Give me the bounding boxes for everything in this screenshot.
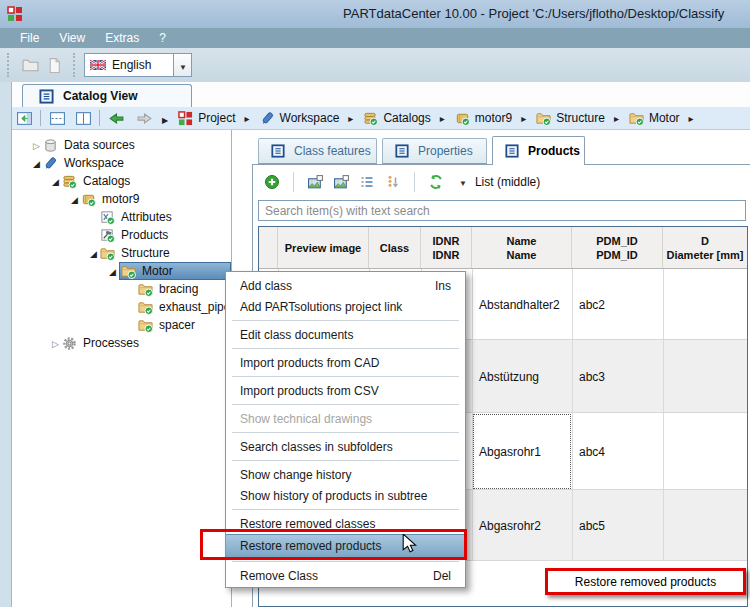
column-header-selector[interactable]	[259, 227, 278, 268]
cell-pdm-id[interactable]: abc3	[572, 340, 663, 413]
menu-item-remove-class[interactable]: Remove Class Del	[226, 565, 465, 586]
expander-icon[interactable]	[30, 138, 43, 152]
split-vertical-icon	[75, 110, 92, 127]
list-options-button[interactable]	[356, 171, 378, 193]
view-mode-label[interactable]: List (middle)	[475, 175, 540, 189]
selected-row-highlight[interactable]: Motor	[119, 262, 231, 280]
menu-item-show-change-history[interactable]: Show change history	[226, 464, 465, 485]
new-document-button[interactable]	[42, 53, 66, 77]
main-toolbar: English	[0, 48, 750, 83]
forward-button[interactable]	[134, 109, 154, 128]
export-image-button[interactable]	[330, 171, 352, 193]
breadcrumb-expand-icon[interactable]	[162, 109, 168, 127]
menu-item-add-class[interactable]: Add class Ins	[226, 275, 465, 296]
split-horizontal-button[interactable]	[47, 109, 67, 128]
split-vertical-button[interactable]	[73, 109, 93, 128]
tab-catalog-view[interactable]: Catalog View	[22, 84, 192, 107]
expander-icon[interactable]	[49, 336, 62, 350]
add-product-button[interactable]	[261, 171, 283, 193]
cell-pdm-id[interactable]: abc5	[572, 490, 663, 561]
breadcrumb-arrow-icon[interactable]	[348, 111, 353, 125]
view-mode-dropdown-icon[interactable]	[459, 177, 467, 188]
breadcrumb-arrow-icon[interactable]	[440, 111, 445, 125]
add-icon	[264, 174, 280, 190]
menu-separator	[226, 373, 465, 380]
tree-item-bracing[interactable]: bracing	[12, 280, 231, 298]
breadcrumb-arrow-icon[interactable]	[689, 111, 694, 125]
toolbar-grip[interactable]	[73, 53, 77, 77]
expander-icon[interactable]	[87, 246, 100, 260]
language-dropdown-button[interactable]	[173, 54, 191, 76]
sort-button[interactable]	[382, 171, 404, 193]
menu-separator	[226, 345, 465, 352]
tree-item-spacer[interactable]: spacer	[12, 316, 231, 334]
menu-file[interactable]: File	[10, 28, 49, 48]
breadcrumb-catalogs[interactable]: Catalogs	[363, 111, 444, 126]
numbered-list-icon	[359, 174, 375, 190]
cell-pdm-id[interactable]: abc2	[572, 269, 663, 340]
collapse-panel-button[interactable]	[14, 109, 34, 128]
cell-name[interactable]: Abgasrohr2	[472, 490, 572, 561]
breadcrumb-workspace[interactable]: Workspace	[260, 111, 354, 126]
column-header-diameter[interactable]: D Diameter [mm]	[663, 227, 747, 268]
menu-item-search-classes-in-subfolders[interactable]: Search classes in subfolders	[226, 436, 465, 457]
expander-icon[interactable]	[49, 174, 62, 188]
toolbar-grip[interactable]	[7, 53, 11, 77]
tree-item-data-sources[interactable]: Data sources	[12, 136, 231, 154]
open-project-button[interactable]	[18, 53, 42, 77]
breadcrumb-structure[interactable]: Structure	[536, 111, 619, 126]
refresh-button[interactable]	[425, 171, 447, 193]
tree-item-products[interactable]: Products	[12, 226, 231, 244]
menu-bar: File View Extras ?	[0, 28, 750, 48]
menu-item-add-partsolutions-project-link[interactable]: Add PARTsolutions project link	[226, 296, 465, 317]
column-header-idnr[interactable]: IDNR IDNR	[421, 227, 472, 268]
column-header-class[interactable]: Class	[369, 227, 421, 268]
view-tab-strip: Catalog View	[12, 82, 750, 108]
menu-item-show-history-of-products-in-subtree[interactable]: Show history of products in subtree	[226, 485, 465, 506]
cell-pdm-id[interactable]: abc4	[572, 413, 663, 490]
tree-item-motor9[interactable]: motor9	[12, 190, 231, 208]
back-button[interactable]	[106, 109, 126, 128]
tree-item-exhaust-pipe[interactable]: exhaust_pipe	[12, 298, 231, 316]
catalog-stack-icon	[363, 111, 378, 126]
gear-icon	[62, 336, 77, 351]
menu-item-import-products-from-cad[interactable]: Import products from CAD	[226, 352, 465, 373]
tree-item-processes[interactable]: Processes	[12, 334, 231, 352]
search-input[interactable]	[258, 200, 746, 221]
tree-item-workspace[interactable]: Workspace	[12, 154, 231, 172]
tab-products[interactable]: Products	[492, 136, 585, 165]
tree-item-structure[interactable]: Structure	[12, 244, 231, 262]
cell-name[interactable]: Abstützung	[472, 340, 572, 413]
expander-icon[interactable]	[30, 156, 43, 170]
menu-view[interactable]: View	[49, 28, 95, 48]
import-image-button[interactable]	[304, 171, 326, 193]
catalog-book-icon	[81, 192, 96, 207]
folder-icon	[138, 300, 153, 315]
expander-icon[interactable]	[106, 264, 119, 278]
breadcrumb-motor9[interactable]: motor9	[455, 111, 526, 126]
menu-help[interactable]: ?	[149, 28, 176, 48]
tree-item-attributes[interactable]: Attributes	[12, 208, 231, 226]
breadcrumb-project[interactable]: Project	[178, 111, 249, 126]
menu-item-import-products-from-csv[interactable]: Import products from CSV	[226, 380, 465, 401]
breadcrumb-arrow-icon[interactable]	[614, 111, 619, 125]
collapse-panel-icon	[16, 110, 33, 127]
column-header-preview-image[interactable]: Preview image	[278, 227, 369, 268]
breadcrumb-arrow-icon[interactable]	[245, 111, 250, 125]
catalog-book-icon	[455, 111, 470, 126]
cell-name[interactable]: Abstandhalter2	[472, 269, 572, 340]
tree-item-motor[interactable]: Motor	[12, 262, 231, 280]
menu-extras[interactable]: Extras	[95, 28, 149, 48]
tree-item-catalogs[interactable]: Catalogs	[12, 172, 231, 190]
column-header-name[interactable]: Name Name	[472, 227, 572, 268]
breadcrumb-motor[interactable]: Motor	[629, 111, 694, 126]
language-select[interactable]: English	[84, 53, 192, 77]
expander-icon[interactable]	[68, 192, 81, 206]
tab-properties[interactable]: Properties	[382, 138, 487, 164]
cell-name-focused[interactable]: Abgasrohr1	[472, 413, 572, 490]
column-header-pdm-id[interactable]: PDM_ID PDM_ID	[572, 227, 663, 268]
menu-item-edit-class-documents[interactable]: Edit class documents	[226, 324, 465, 345]
tab-class-features[interactable]: Class features	[258, 138, 377, 164]
menu-separator	[226, 457, 465, 464]
breadcrumb-arrow-icon[interactable]	[521, 111, 526, 125]
